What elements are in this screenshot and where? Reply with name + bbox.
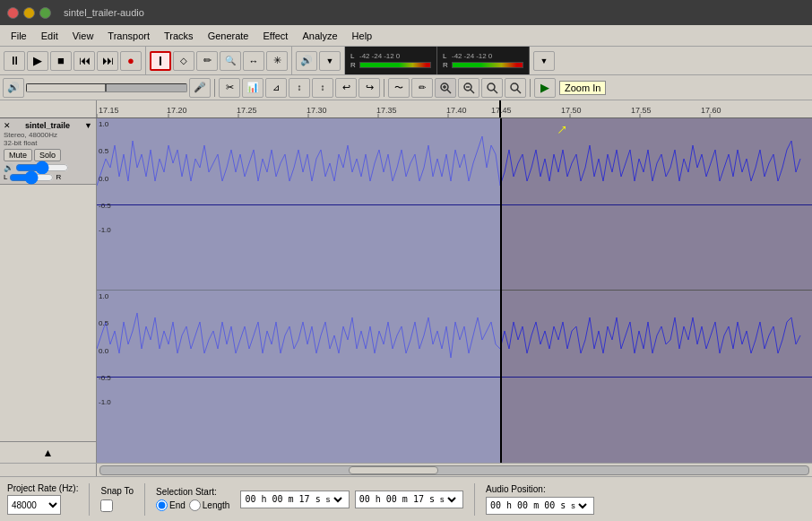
menu-transport[interactable]: Transport <box>100 29 157 43</box>
project-rate-label: Project Rate (Hz): <box>7 483 78 493</box>
track-info-bit: 32-bit float <box>4 139 92 147</box>
window-title: sintel_trailer-audio <box>64 7 144 18</box>
maximize-button[interactable] <box>39 7 51 19</box>
svg-line-10 <box>517 90 521 93</box>
skip-forward-button[interactable]: ⏭ <box>97 51 118 71</box>
zoom-in-button[interactable] <box>435 78 456 98</box>
center-line-upper <box>97 204 812 205</box>
menubar: File Edit View Transport Tracks Generate… <box>0 25 812 47</box>
envelope-tool[interactable]: 〜 <box>388 78 410 98</box>
svg-text:17.25: 17.25 <box>237 106 257 115</box>
volume-dropdown[interactable]: ▼ <box>319 51 341 71</box>
play-button[interactable]: ▶ <box>27 51 48 71</box>
zoom-fit-button[interactable] <box>481 78 503 98</box>
sel-start-time-display[interactable]: 00 h 00 m 17 s s <box>240 491 349 508</box>
svg-text:17.60: 17.60 <box>701 106 721 115</box>
pause-button[interactable]: ⏸ <box>4 51 25 71</box>
menu-edit[interactable]: Edit <box>34 29 65 43</box>
svg-line-1 <box>447 90 451 93</box>
waveform-area[interactable]: → 1.0 0.5 0.0 -0.5 -1.0 <box>97 118 812 463</box>
svg-text:17.45: 17.45 <box>491 106 512 115</box>
sel-start-unit[interactable]: s <box>323 494 345 505</box>
svg-point-7 <box>488 83 495 91</box>
silence-tool[interactable]: 📊 <box>242 78 263 98</box>
window-controls[interactable] <box>7 7 51 19</box>
playhead <box>500 118 502 463</box>
svg-text:17.40: 17.40 <box>446 106 467 115</box>
svg-line-5 <box>471 90 474 93</box>
length-radio-label[interactable]: Length <box>189 499 230 511</box>
sel-end-unit[interactable]: s <box>436 494 459 505</box>
vu-dropdown[interactable]: ▼ <box>533 51 555 71</box>
svg-point-9 <box>511 83 518 91</box>
length-radio[interactable] <box>189 499 201 511</box>
svg-text:17.20: 17.20 <box>167 106 187 115</box>
play-at-speed[interactable]: ▶ <box>534 78 556 98</box>
volume-slider[interactable] <box>26 83 187 92</box>
track-panel: ✕ sintel_traile ▼ Stereo, 48000Hz 32-bit… <box>0 118 97 463</box>
menu-view[interactable]: View <box>65 29 101 43</box>
draw-tool-button[interactable]: ✏ <box>196 51 218 71</box>
status-bar: Project Rate (Hz): 48000 44100 22050 Sna… <box>0 476 812 521</box>
solo-button[interactable]: Solo <box>34 149 61 161</box>
zoom-out-audio[interactable]: ↕ <box>312 78 333 98</box>
menu-effect[interactable]: Effect <box>256 29 296 43</box>
track-collapse-btn[interactable]: ▲ <box>43 447 54 459</box>
end-radio[interactable] <box>156 499 168 511</box>
project-rate-select[interactable]: 48000 44100 22050 <box>7 495 61 515</box>
pan-tool-button[interactable]: ↔ <box>243 51 264 71</box>
mute-button[interactable]: Mute <box>4 149 32 161</box>
close-button[interactable] <box>7 7 19 19</box>
hscrollbar[interactable] <box>0 463 812 476</box>
zoom-in-tooltip: Zoom In <box>559 81 606 95</box>
track-close-btn[interactable]: ✕ <box>4 121 11 130</box>
snap-to-checkbox[interactable] <box>100 499 113 512</box>
svg-text:17.30: 17.30 <box>307 106 327 115</box>
trim-tool[interactable]: ⊿ <box>265 78 287 98</box>
cursor-tool-button[interactable]: I <box>150 51 171 71</box>
select-tool-button[interactable]: ◇ <box>173 51 194 71</box>
menu-tracks[interactable]: Tracks <box>157 29 201 43</box>
scroll-thumb[interactable] <box>349 466 438 474</box>
menu-file[interactable]: File <box>4 29 34 43</box>
audio-position-label: Audio Position: <box>486 484 594 494</box>
stop-button[interactable]: ■ <box>50 51 72 71</box>
pan-slider[interactable] <box>9 174 54 181</box>
svg-text:17.55: 17.55 <box>631 106 652 115</box>
snap-to-label: Snap To <box>100 486 134 496</box>
svg-text:17.15: 17.15 <box>99 106 119 115</box>
titlebar: sintel_trailer-audio <box>0 0 812 25</box>
selection-start-label: Selection Start: <box>156 487 229 497</box>
end-radio-label[interactable]: End <box>156 499 186 511</box>
project-rate-field: Project Rate (Hz): 48000 44100 22050 <box>7 483 78 515</box>
record-button[interactable]: ● <box>120 51 142 71</box>
undo-btn[interactable]: ↩ <box>335 78 357 98</box>
audio-pos-display[interactable]: 00 h 00 m 00 s s <box>486 497 594 515</box>
multi-tool-button[interactable]: ✳ <box>266 51 288 71</box>
draw2-tool[interactable]: ✏ <box>411 78 433 98</box>
track-menu-btn[interactable]: ▼ <box>84 121 92 130</box>
track-info-stereo: Stereo, 48000Hz <box>4 131 92 139</box>
clip-tool[interactable]: ✂ <box>219 78 240 98</box>
redo-btn[interactable]: ↪ <box>358 78 380 98</box>
mic-icon: 🎤 <box>189 78 211 98</box>
track-name: sintel_traile <box>25 121 70 130</box>
minimize-button[interactable] <box>23 7 35 19</box>
center-line-lower <box>97 377 812 378</box>
svg-line-8 <box>494 90 497 93</box>
time-ruler[interactable]: 17.15 17.20 17.25 17.30 17.35 17.40 17.4… <box>97 100 812 117</box>
skip-back-button[interactable]: ⏮ <box>73 51 95 71</box>
scroll-track[interactable] <box>99 465 809 475</box>
menu-analyze[interactable]: Analyze <box>295 29 344 43</box>
menu-help[interactable]: Help <box>345 29 380 43</box>
svg-text:17.35: 17.35 <box>376 106 397 115</box>
svg-text:17.50: 17.50 <box>561 106 582 115</box>
zoom-toggle-button[interactable] <box>505 78 526 98</box>
zoom-out-button[interactable] <box>458 78 479 98</box>
menu-generate[interactable]: Generate <box>201 29 256 43</box>
zoom-magnify-button[interactable]: 🔍 <box>220 51 241 71</box>
zoom-in-audio[interactable]: ↕ <box>289 78 310 98</box>
sel-end-time-display[interactable]: 00 h 00 m 17 s s <box>355 491 463 508</box>
audio-pos-unit[interactable]: s <box>567 500 590 511</box>
selection-region <box>97 118 500 463</box>
